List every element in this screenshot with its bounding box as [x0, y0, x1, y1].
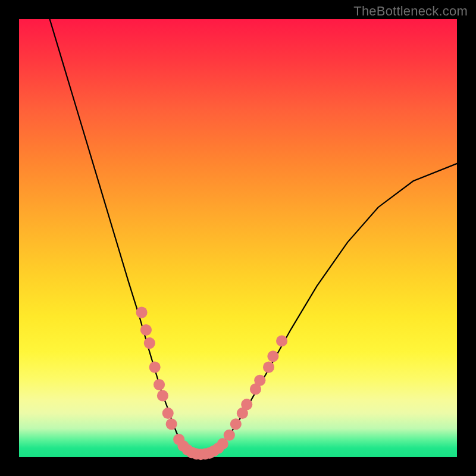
data-marker: [254, 375, 265, 386]
data-marker: [157, 390, 168, 401]
data-marker: [162, 408, 174, 419]
data-marker: [230, 418, 242, 430]
data-marker: [263, 362, 274, 373]
data-marker: [144, 337, 155, 349]
data-marker: [149, 362, 161, 373]
data-marker: [224, 430, 235, 441]
data-marker: [241, 399, 252, 410]
data-marker: [276, 335, 287, 346]
marker-group: [136, 307, 288, 461]
data-marker: [140, 324, 152, 336]
chart-svg: [19, 19, 457, 457]
data-marker: [154, 379, 165, 390]
data-marker: [166, 418, 177, 430]
watermark-text: TheBottleneck.com: [353, 4, 468, 19]
data-marker: [136, 307, 148, 318]
data-marker: [267, 350, 278, 362]
chart-plot-area: [19, 19, 457, 457]
